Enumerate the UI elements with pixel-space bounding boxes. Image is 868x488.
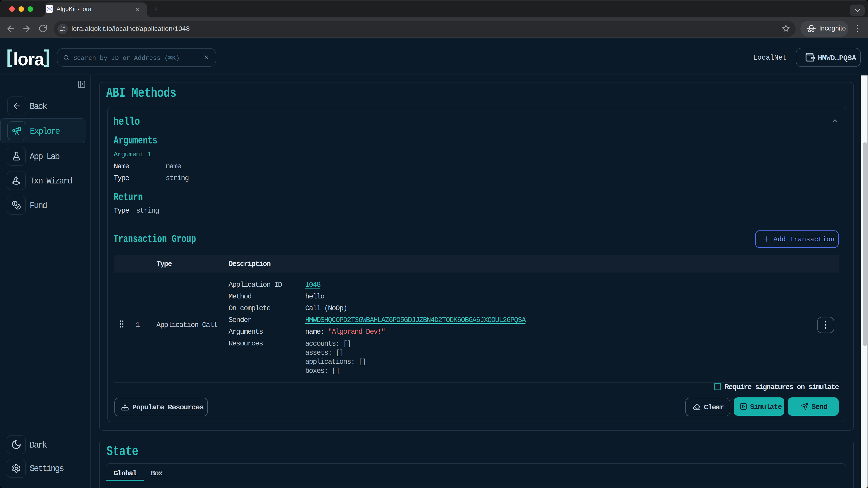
svg-text:lora: lora (13, 50, 44, 67)
